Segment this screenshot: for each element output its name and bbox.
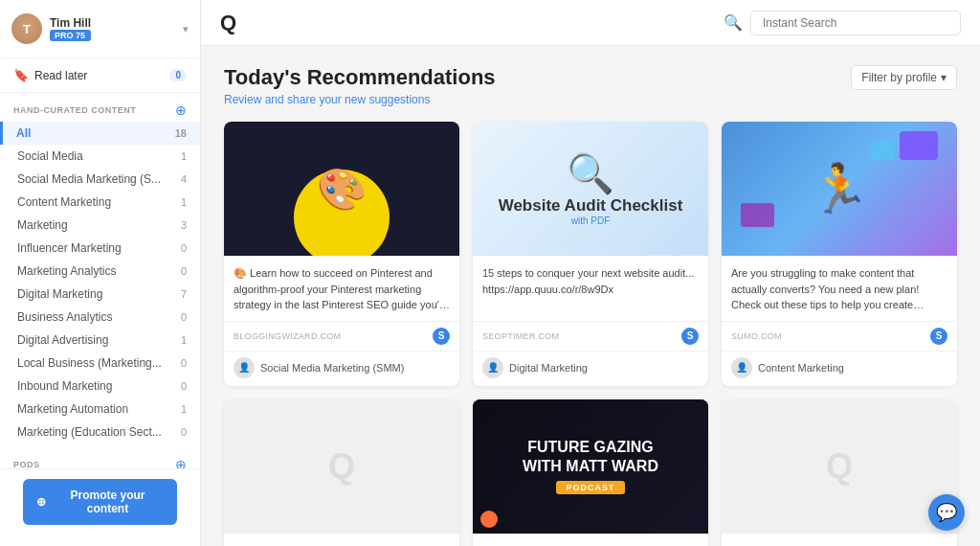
card-description: Take a tour of the marketing landscape o… (482, 543, 699, 547)
user-info: T Tim Hill PRO 75 (11, 13, 91, 44)
add-curated-icon[interactable]: ⊕ (175, 102, 187, 118)
sidebar-item-business-analytics[interactable]: Business Analytics 0 (0, 306, 200, 329)
card-image-audit: 🔍 Website Audit Checklist with PDF (473, 122, 708, 256)
sidebar-item-all[interactable]: All 18 (0, 122, 200, 145)
card-source: SEOPTIMER.COM (482, 331, 559, 341)
hand-curated-header: HAND-CURATED CONTENT ⊕ (0, 93, 200, 122)
nav-count: 1 (181, 334, 187, 346)
card-tag-row: 👤 Digital Marketing (473, 351, 708, 386)
filter-label: Filter by profile (861, 71, 937, 84)
chevron-down-icon: ▾ (941, 71, 947, 84)
sidebar-item-digital-advertising[interactable]: Digital Advertising 1 (0, 329, 200, 352)
sidebar-item-local-business[interactable]: Local Business (Marketing... 0 (0, 352, 200, 375)
sidebar-item-social-media[interactable]: Social Media 1 (0, 145, 200, 168)
podcast-overlay: FUTURE GAZINGWith MATT WARD PODCAST (473, 399, 708, 534)
sidebar-item-content-marketing[interactable]: Content Marketing 1 (0, 191, 200, 214)
card-description: 15 steps to conquer your next website au… (482, 265, 699, 297)
tag-label: Social Media Marketing (SMM) (260, 362, 404, 374)
quuu-s-icon: S (930, 328, 947, 345)
tag-label: Digital Marketing (509, 362, 588, 374)
promote-button[interactable]: ⊕ Promote your content (23, 479, 177, 525)
chevron-down-icon[interactable]: ▾ (183, 23, 189, 35)
avatar-image: T (11, 13, 42, 44)
nav-item-label: Marketing Automation (17, 402, 128, 416)
read-later-label: Read later (34, 69, 87, 82)
nav-count: 0 (181, 357, 187, 369)
cards-grid: 🎨 🎨 Learn how to succeed on Pinterest an… (224, 122, 957, 546)
nav-item-label: All (16, 126, 31, 140)
card-body: 🎨 Learn how to succeed on Pinterest and … (224, 256, 459, 317)
filter-button[interactable]: Filter by profile ▾ (851, 65, 957, 90)
nav-count: 0 (181, 242, 187, 254)
search-input[interactable] (750, 11, 961, 35)
tag-avatar-icon: 👤 (731, 357, 752, 378)
sidebar: T Tim Hill PRO 75 ▾ 🔖 Read later 0 HAND-… (0, 0, 201, 546)
card-q-2: Q Businesses make an average of £2 in in… (722, 399, 957, 547)
nav-count: 0 (181, 265, 187, 277)
sidebar-item-social-media-marketing[interactable]: Social Media Marketing (S... 4 (0, 168, 200, 191)
pods-title: PODS (13, 460, 40, 468)
sidebar-scroll: HAND-CURATED CONTENT ⊕ All 18 Social Med… (0, 93, 200, 468)
sidebar-item-marketing[interactable]: Marketing 3 (0, 214, 200, 237)
card-description: New episode of Digital Marketing Fastlan… (234, 543, 450, 547)
search-area: 🔍 (724, 11, 961, 35)
podcast-logo-icon (480, 511, 498, 528)
nav-item-label: Business Analytics (17, 310, 112, 324)
nav-count: 7 (181, 288, 187, 300)
avatar: T (11, 13, 42, 44)
hand-curated-title: HAND-CURATED CONTENT (13, 105, 136, 115)
chat-widget[interactable]: 💬 (928, 494, 965, 531)
card-content: 🏃 Are you struggling to make content tha… (722, 122, 957, 386)
sidebar-item-marketing-automation[interactable]: Marketing Automation 1 (0, 398, 200, 421)
deco-rect (900, 131, 938, 160)
card-body: 15 steps to conquer your next website au… (473, 256, 708, 317)
sidebar-item-marketing-analytics[interactable]: Marketing Analytics 0 (0, 260, 200, 283)
card-body: New episode of Digital Marketing Fastlan… (224, 534, 459, 547)
nav-item-label: Social Media (17, 149, 83, 163)
add-pod-icon[interactable]: ⊕ (175, 457, 187, 468)
nav-count: 18 (175, 127, 187, 139)
topbar: Q 🔍 (201, 0, 980, 46)
card-footer: SUMO.COM S (722, 321, 957, 351)
card-pinterest: 🎨 🎨 Learn how to succeed on Pinterest an… (224, 122, 459, 386)
nav-count: 1 (181, 150, 187, 162)
nav-count: 0 (181, 311, 187, 323)
nav-item-label: Digital Advertising (17, 333, 108, 347)
nav-item-label: Social Media Marketing (S... (17, 172, 161, 186)
nav-item-label: Content Marketing (17, 195, 111, 209)
card-body: Take a tour of the marketing landscape o… (473, 534, 708, 547)
nav-count: 0 (181, 426, 187, 438)
sidebar-item-digital-marketing[interactable]: Digital Marketing 7 (0, 283, 200, 306)
podcast-title-text: FUTURE GAZINGWith MATT WARD (523, 438, 658, 474)
promote-label: Promote your content (52, 489, 164, 515)
audit-subtitle: with PDF (571, 216, 611, 226)
page-subtitle: Review and share your new suggestions (224, 93, 496, 106)
nav-count: 3 (181, 219, 187, 231)
q-logo-icon-2: Q (826, 446, 853, 487)
sidebar-item-inbound-marketing[interactable]: Inbound Marketing 0 (0, 375, 200, 398)
nav-item-label: Marketing (Education Sect... (17, 425, 162, 439)
deco-rect-3 (741, 203, 774, 227)
quuu-s-icon: S (681, 328, 699, 345)
tag-label: Content Marketing (758, 362, 844, 374)
pods-section: PODS ⊕ Manage Social Media Analytics 0 (0, 447, 200, 468)
chat-icon: 💬 (936, 502, 957, 523)
card-image-q-2: Q (722, 399, 957, 534)
card-description: Businesses make an average of £2 in inco… (731, 543, 947, 547)
read-later-count: 0 (169, 69, 187, 81)
quuu-s-icon: S (433, 328, 450, 345)
sidebar-item-marketing-education[interactable]: Marketing (Education Sect... 0 (0, 421, 200, 444)
nav-item-label: Digital Marketing (17, 287, 102, 301)
main-content: Q 🔍 Today's Recommendations Review and s… (201, 0, 980, 546)
card-description: 🎨 Learn how to succeed on Pinterest and … (234, 265, 450, 313)
card-podcast: FUTURE GAZINGWith MATT WARD PODCAST Take… (473, 399, 708, 547)
sidebar-item-influencer-marketing[interactable]: Influencer Marketing 0 (0, 237, 200, 260)
card-image-pinterest: 🎨 (224, 122, 459, 256)
card-source: BLOGGINGWIZARD.COM (234, 331, 341, 341)
read-later-row[interactable]: 🔖 Read later 0 (0, 58, 200, 93)
nav-count: 0 (181, 380, 187, 392)
page-title: Today's Recommendations (224, 65, 496, 90)
card-body: Are you struggling to make content that … (722, 256, 957, 317)
nav-item-label: Influencer Marketing (17, 241, 122, 255)
card-description: Are you struggling to make content that … (731, 265, 947, 313)
